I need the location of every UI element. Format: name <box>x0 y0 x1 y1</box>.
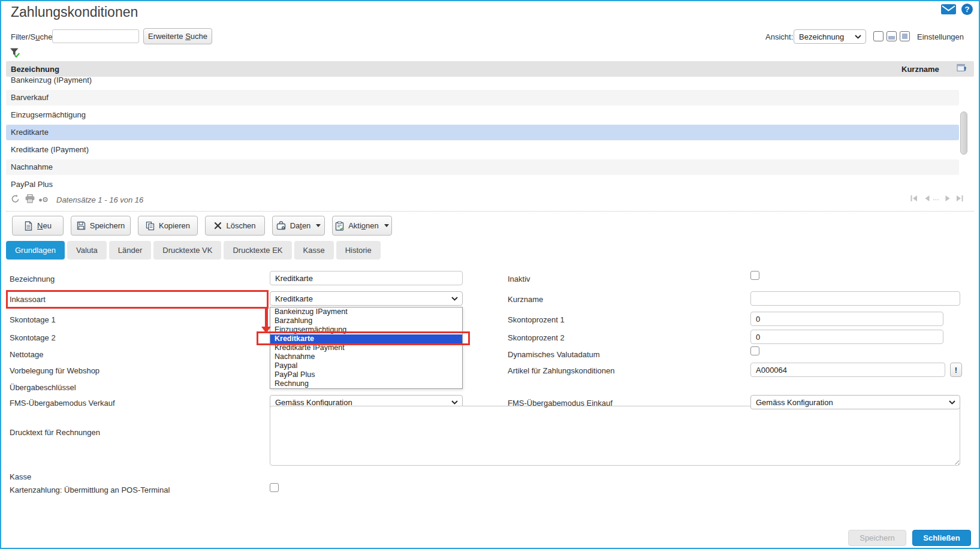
filter-search-label: Filter/Suche: <box>11 32 55 41</box>
tab-kasse[interactable]: Kasse <box>294 241 334 260</box>
tab-grundlagen[interactable]: Grundlagen <box>6 241 65 260</box>
view-layout-split-toggle[interactable] <box>886 31 897 41</box>
list-item[interactable]: PayPal Plus <box>6 177 959 192</box>
column-header-bezeichnung[interactable]: Bezeichnung <box>11 65 59 74</box>
filter-active-icon[interactable] <box>9 47 20 58</box>
list-item[interactable]: Kreditkarte (IPayment) <box>6 142 959 158</box>
tab-historie[interactable]: Historie <box>336 241 381 260</box>
skontoprozent1-input[interactable] <box>750 312 943 326</box>
save-bottom-button[interactable]: Speichern <box>848 530 906 546</box>
view-layout-list-toggle[interactable] <box>873 31 883 41</box>
dynamisches-valutadatum-label: Dynamisches Valutadatum <box>508 350 600 359</box>
zahlungskonditionen-window: Zahlungskonditionen ? Filter/Suche: Erwe… <box>0 0 980 549</box>
column-picker-icon[interactable] <box>957 64 967 74</box>
delete-button[interactable]: Löschen <box>205 216 265 236</box>
dropdown-option[interactable]: Rechnung <box>270 379 462 388</box>
caret-down-icon <box>316 224 321 227</box>
pagination-last-icon[interactable] <box>955 195 964 204</box>
skontoprozent2-label: Skontoprozent 2 <box>508 333 565 342</box>
data-menu-label: Daten <box>290 221 311 230</box>
refresh-icon[interactable] <box>11 194 20 205</box>
view-layout-detail-toggle[interactable] <box>900 31 910 41</box>
artikel-label: Artikel für Zahlungskonditionen <box>508 366 615 375</box>
list-scrollbar-thumb[interactable] <box>960 111 967 155</box>
kurzname-label: Kurzname <box>508 295 543 304</box>
search-input[interactable] <box>52 29 139 43</box>
dropdown-option[interactable]: Nachnahme <box>270 352 462 361</box>
dropdown-option[interactable]: PayPal Plus <box>270 370 462 379</box>
records-settings-icon[interactable] <box>38 196 49 205</box>
detail-fill-icon <box>902 34 907 39</box>
nettotage-label: Nettotage <box>10 350 43 359</box>
new-button[interactable]: Neu <box>12 216 64 236</box>
chevron-down-icon <box>949 400 955 405</box>
new-document-icon <box>24 221 33 231</box>
dropdown-option[interactable]: Paypal <box>270 361 462 370</box>
kurzname-input[interactable] <box>750 291 960 306</box>
data-menu-button[interactable]: Daten <box>272 216 325 236</box>
tab-valuta[interactable]: Valuta <box>67 241 107 260</box>
inaktiv-checkbox[interactable] <box>750 271 759 280</box>
inkassoart-dropdown-list: Bankeinzug IPayment Barzahlung Einzugser… <box>270 307 463 389</box>
settings-link[interactable]: Einstellungen <box>917 32 964 41</box>
actions-clipboard-icon <box>335 221 344 231</box>
save-button[interactable]: Speichern <box>71 216 131 236</box>
pagination-first-icon[interactable] <box>910 195 918 204</box>
tab-drucktexte-ek[interactable]: Drucktexte EK <box>224 241 291 260</box>
drucktext-rechnungen-label: Drucktext für Rechnungen <box>10 428 100 437</box>
annotation-box-inkassoart <box>6 290 269 309</box>
inaktiv-label: Inaktiv <box>508 274 530 283</box>
list-item[interactable]: Bankeinzug (IPayment) <box>6 77 959 88</box>
drucktext-rechnungen-textarea[interactable] <box>270 406 960 466</box>
save-icon <box>77 221 86 230</box>
copy-button[interactable]: Kopieren <box>138 216 198 236</box>
pagination-ellipsis[interactable]: ... <box>933 193 939 202</box>
dropdown-option[interactable]: Bankeinzug IPayment <box>270 307 462 316</box>
detail-tabs: Grundlagen Valuta Länder Drucktexte VK D… <box>6 241 381 260</box>
copy-icon <box>146 221 155 231</box>
vorbelegung-webshop-label: Vorbelegung für Webshop <box>10 366 99 375</box>
list-item-selected[interactable]: Kreditkarte <box>6 125 959 140</box>
list-item[interactable]: Einzugsermächtigung <box>6 107 959 123</box>
chevron-down-icon <box>451 297 458 301</box>
mail-icon[interactable] <box>941 4 956 14</box>
fms-verkauf-label: FMS-Übergabemodus Verkauf <box>10 399 115 408</box>
split-fill-icon <box>888 36 895 40</box>
delete-button-label: Löschen <box>226 221 255 230</box>
fms-einkauf-select[interactable]: Gemäss Konfiguration <box>750 395 960 409</box>
column-header-kurzname[interactable]: Kurzname <box>901 65 939 74</box>
list-item[interactable]: Nachnahme <box>6 159 959 175</box>
tab-drucktexte-vk[interactable]: Drucktexte VK <box>153 241 221 260</box>
help-icon[interactable]: ? <box>961 4 973 15</box>
payment-conditions-list: Bankeinzug (IPayment) Barverkauf Einzugs… <box>6 77 959 192</box>
list-item[interactable]: Barverkauf <box>6 90 959 105</box>
close-button[interactable]: Schließen <box>912 530 971 546</box>
kartenzahlung-pos-label: Kartenzahlung: Übermittlung an POS-Termi… <box>10 485 170 494</box>
skontotage1-label: Skontotage 1 <box>10 315 56 324</box>
pagination-prev-icon[interactable] <box>923 195 930 204</box>
skontoprozent2-input[interactable] <box>750 330 943 344</box>
advanced-search-button[interactable]: Erweiterte Suche <box>143 28 212 44</box>
tab-laender[interactable]: Länder <box>109 241 151 260</box>
kartenzahlung-pos-checkbox[interactable] <box>270 483 279 492</box>
actions-menu-button[interactable]: Aktionen <box>332 216 392 236</box>
artikel-input[interactable] <box>750 363 945 377</box>
uebergabeschluessel-label: Übergabeschlüssel <box>10 383 76 392</box>
table-header <box>6 61 974 77</box>
copy-button-label: Kopieren <box>159 221 190 230</box>
fms-einkauf-label: FMS-Übergabemodus Einkauf <box>508 399 613 408</box>
view-mode-label: Ansicht: <box>765 32 793 41</box>
bezeichnung-input[interactable] <box>270 271 463 285</box>
data-case-icon <box>276 221 286 230</box>
view-mode-select[interactable]: Bezeichnung <box>794 29 866 44</box>
skontoprozent1-label: Skontoprozent 1 <box>508 315 565 324</box>
page-title: Zahlungskonditionen <box>11 4 138 20</box>
print-icon[interactable] <box>25 194 35 205</box>
pagination-next-icon[interactable] <box>945 195 952 204</box>
annotation-arrow-line <box>265 309 268 327</box>
inkassoart-select[interactable]: Kreditkarte <box>270 291 463 306</box>
new-button-label: Neu <box>37 221 52 230</box>
dropdown-option[interactable]: Barzahlung <box>270 316 462 325</box>
artikel-exclamation-button[interactable]: ! <box>950 363 962 377</box>
dynamisches-valutadatum-checkbox[interactable] <box>750 346 759 355</box>
